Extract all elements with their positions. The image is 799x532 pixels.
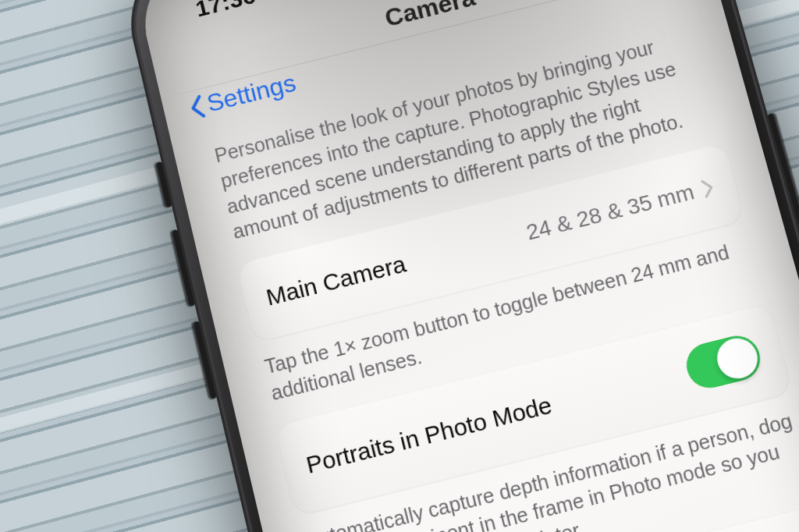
main-camera-label: Main Camera <box>264 250 409 311</box>
main-camera-value: 24 & 28 & 35 mm <box>524 179 697 246</box>
portraits-label: Portraits in Photo Mode <box>304 391 555 478</box>
chevron-right-icon <box>701 178 716 199</box>
status-time: 17:36 <box>194 0 258 22</box>
portraits-toggle[interactable] <box>681 331 765 392</box>
chevron-left-icon <box>188 94 207 119</box>
iphone-device: 17:36 Camera <box>115 0 799 532</box>
do-not-disturb-icon <box>261 0 281 1</box>
